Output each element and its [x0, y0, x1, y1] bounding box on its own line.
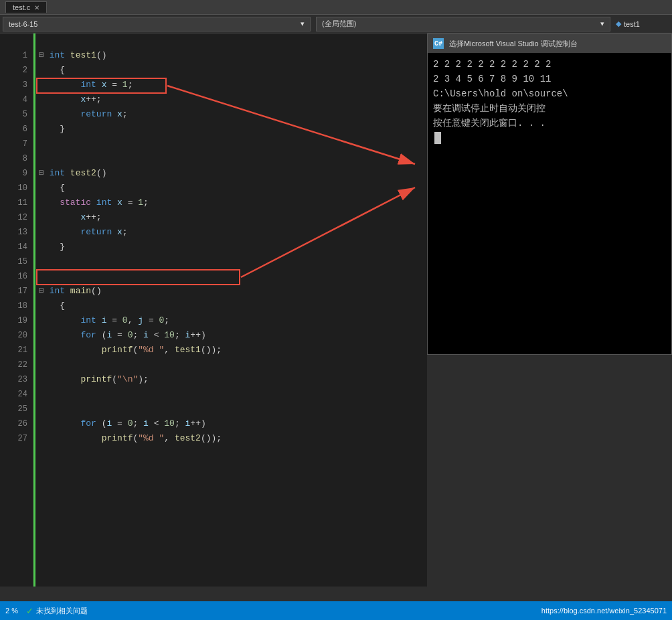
- code-line-27: printf("%d ", test2());: [39, 431, 427, 446]
- line-num-20: 20: [0, 328, 27, 343]
- num-10-for20: 10: [164, 330, 175, 340]
- file-tab[interactable]: test.c ✕: [5, 1, 47, 13]
- collapse-9-icon[interactable]: ⊟: [39, 168, 50, 178]
- margin-line: [33, 33, 35, 587]
- var-x-13: x: [117, 227, 122, 237]
- code-line-18: {: [39, 299, 427, 313]
- code-line-3: int x = 1;: [39, 78, 427, 92]
- kw-int-19: int: [80, 315, 96, 325]
- console-cursor: [434, 132, 441, 144]
- line-num-23: 23: [0, 372, 27, 387]
- code-line-24: [39, 387, 427, 402]
- problems-label: 未找到相关问题: [36, 606, 88, 616]
- status-problems: ✓ 未找到相关问题: [26, 606, 88, 616]
- fn-test2: test2: [70, 168, 96, 178]
- code-line-26: for (i = 0; i < 10; i++): [39, 416, 427, 431]
- breadcrumb-icon: ◆: [616, 19, 621, 28]
- status-zoom: 2 %: [5, 607, 18, 615]
- status-url: https://blog.csdn.net/weixin_52345071: [541, 607, 667, 615]
- code-line-8: [39, 151, 427, 166]
- collapse-1-icon[interactable]: ⊟: [39, 50, 50, 60]
- scope-arrow-icon: ▾: [600, 19, 604, 28]
- kw-int-3: int: [80, 80, 96, 90]
- console-title-bar: C# 选择Microsoft Visual Studio 调试控制台: [428, 34, 671, 53]
- zoom-value: 2 %: [5, 607, 18, 615]
- line-num-17: 17: [0, 284, 27, 299]
- line-num-8: 8: [0, 151, 27, 166]
- code-line-12: x++;: [39, 210, 427, 225]
- code-line-4: x++;: [39, 92, 427, 107]
- var-i-26b: i: [143, 418, 149, 429]
- scope-value: (全局范围): [322, 19, 356, 29]
- code-line-11: static int x = 1;: [39, 196, 427, 210]
- line-num-2: 2: [0, 63, 27, 78]
- line-num-21: 21: [0, 343, 27, 358]
- code-line-17: ⊟ int main(): [39, 284, 427, 299]
- num-0-i: 0: [122, 315, 128, 325]
- kw-int-9: int: [50, 168, 65, 178]
- breadcrumb-label: test1: [624, 20, 640, 28]
- fn-test1: test1: [70, 50, 96, 60]
- tab-close-button[interactable]: ✕: [34, 4, 39, 11]
- line-num-6: 6: [0, 122, 27, 137]
- console-line-5: 按任意键关闭此窗口. . .: [433, 116, 666, 131]
- code-line-13: return x;: [39, 225, 427, 240]
- num-1-11: 1: [138, 198, 143, 208]
- kw-int-1: int: [50, 50, 65, 60]
- kw-for-26: for: [80, 418, 96, 429]
- line-num-10: 10: [0, 181, 27, 196]
- code-line-0: [39, 33, 427, 48]
- console-window[interactable]: C# 选择Microsoft Visual Studio 调试控制台 2 2 2…: [427, 33, 672, 355]
- code-line-5: return x;: [39, 107, 427, 122]
- code-line-10: {: [39, 181, 427, 196]
- line-num-11: 11: [0, 196, 27, 210]
- nav-bar: test-6-15 ▾ (全局范围) ▾ ◆ test1: [0, 15, 672, 33]
- kw-int-17: int: [50, 286, 65, 296]
- code-line-7: [39, 137, 427, 151]
- fn-main: main: [70, 286, 91, 296]
- code-editor[interactable]: 1 2 3 4 5 6 7 8 9 10 11 12 13 14 15 16 1…: [0, 33, 427, 587]
- collapse-17-icon[interactable]: ⊟: [39, 286, 50, 296]
- console-line-1: 2 2 2 2 2 2 2 2 2 2 2: [433, 57, 666, 72]
- line-numbers: 1 2 3 4 5 6 7 8 9 10 11 12 13 14 15 16 1…: [0, 33, 33, 587]
- var-x-11: x: [117, 198, 122, 208]
- code-line-16: [39, 269, 427, 284]
- var-j-19: j: [138, 315, 143, 325]
- code-lines-container: 1 2 3 4 5 6 7 8 9 10 11 12 13 14 15 16 1…: [0, 33, 427, 587]
- num-1-3: 1: [122, 80, 128, 90]
- dropdown-arrow-icon: ▾: [301, 19, 305, 28]
- line-num-16: 16: [0, 269, 27, 284]
- line-num-9: 9: [0, 166, 27, 181]
- console-line-2: 2 3 4 5 6 7 8 9 10 11: [433, 72, 666, 86]
- code-line-15: [39, 254, 427, 269]
- fn-printf-27: printf: [102, 433, 133, 443]
- code-line-14: }: [39, 240, 427, 254]
- file-location-value: test-6-15: [9, 20, 37, 28]
- kw-return-5: return: [80, 109, 112, 119]
- var-x-5: x: [117, 109, 122, 119]
- line-num-22: 22: [0, 358, 27, 372]
- title-bar: test.c ✕: [0, 0, 672, 15]
- code-line-2: {: [39, 63, 427, 78]
- scope-dropdown[interactable]: (全局范围) ▾: [316, 17, 610, 31]
- main-area: 1 2 3 4 5 6 7 8 9 10 11 12 13 14 15 16 1…: [0, 33, 672, 587]
- line-num-1: 1: [0, 48, 27, 63]
- right-panel: C# 选择Microsoft Visual Studio 调试控制台 2 2 2…: [427, 33, 672, 587]
- code-line-22: [39, 358, 427, 372]
- file-location-dropdown[interactable]: test-6-15 ▾: [3, 17, 311, 31]
- line-num-18: 18: [0, 299, 27, 313]
- str-fmt-27: "%d ": [138, 433, 164, 443]
- fn-test1-21: test1: [175, 345, 201, 355]
- symbol-breadcrumb: ◆ test1: [616, 19, 672, 28]
- console-cursor-line: [433, 131, 666, 145]
- line-num-12: 12: [0, 210, 27, 225]
- str-newline-23: "\n": [117, 374, 138, 384]
- code-content[interactable]: ⊟ int test1() { int x = 1; x++; return x…: [33, 33, 427, 587]
- line-num-19: 19: [0, 313, 27, 328]
- line-num-24: 24: [0, 387, 27, 402]
- code-line-20: for (i = 0; i < 10; i++): [39, 328, 427, 343]
- num-10-for26: 10: [164, 418, 175, 429]
- code-line-6: }: [39, 122, 427, 137]
- line-num-4: 4: [0, 92, 27, 107]
- kw-for-20: for: [80, 330, 96, 340]
